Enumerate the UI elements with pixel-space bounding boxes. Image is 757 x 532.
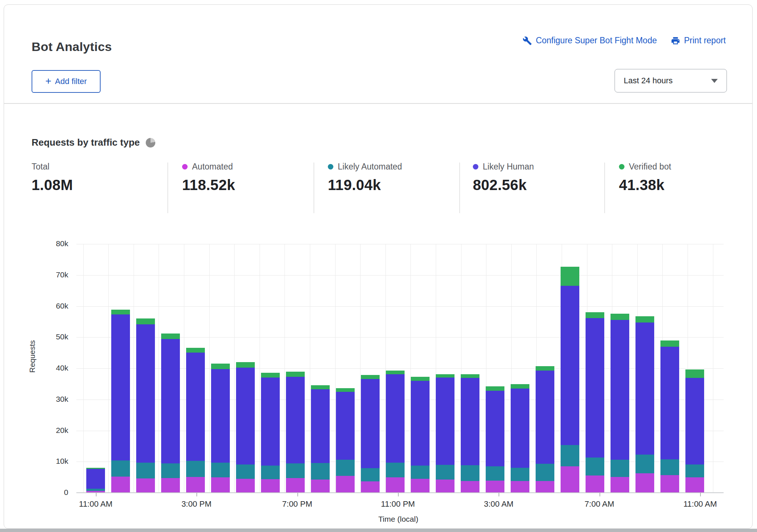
stat-likely-human[interactable]: Likely Human802.56k	[473, 162, 534, 193]
bar-segment-automated	[111, 477, 130, 493]
bar-segment-likely_human	[511, 389, 529, 468]
bar-3-00-am[interactable]	[486, 386, 504, 493]
bar-9-00-am[interactable]	[635, 316, 654, 493]
bar-7-00-am[interactable]	[586, 312, 604, 493]
print-report-link[interactable]: Print report	[671, 36, 726, 45]
stat-value: 118.52k	[182, 177, 235, 193]
bar-segment-automated	[486, 481, 504, 493]
configure-link-label: Configure Super Bot Fight Mode	[536, 36, 657, 45]
x-tick-label: 3:00 PM	[181, 499, 211, 509]
header-divider	[4, 103, 752, 104]
bar-1-00-am[interactable]	[436, 374, 454, 493]
stat-label: Likely Human	[483, 162, 534, 172]
configure-super-bot-fight-mode-link[interactable]: Configure Super Bot Fight Mode	[522, 36, 657, 45]
bar-segment-verified_bot	[261, 373, 280, 378]
bar-segment-likely_human	[111, 314, 130, 460]
bar-segment-likely_human	[286, 377, 305, 463]
x-tick	[499, 493, 499, 496]
bar-segment-automated	[236, 479, 255, 493]
bar-10-00-pm[interactable]	[361, 375, 380, 493]
stat-likely-automated[interactable]: Likely Automated119.04k	[328, 162, 402, 193]
bar-11-00-am[interactable]	[86, 468, 105, 493]
bar-segment-verified_bot	[386, 371, 405, 374]
bar-12-00-pm[interactable]	[111, 310, 130, 493]
v-gridline	[83, 244, 84, 493]
bar-segment-likely_automated	[511, 468, 529, 481]
bar-segment-verified_bot	[111, 310, 130, 314]
legend-dot	[619, 164, 624, 170]
bar-5-00-pm[interactable]	[236, 362, 255, 493]
bar-segment-likely_automated	[336, 460, 355, 476]
bar-segment-likely_human	[411, 381, 430, 466]
bar-segment-verified_bot	[561, 267, 579, 286]
bar-segment-verified_bot	[411, 377, 430, 381]
plus-icon: +	[45, 76, 51, 86]
bar-segment-automated	[311, 480, 330, 493]
add-filter-button[interactable]: + Add filter	[32, 70, 101, 93]
stat-label: Total	[32, 162, 50, 172]
bar-segment-likely_human	[186, 353, 205, 461]
stat-value: 119.04k	[328, 177, 402, 193]
x-tick	[96, 493, 97, 496]
bar-11-00-pm[interactable]	[386, 371, 405, 493]
bar-segment-likely_automated	[311, 463, 330, 480]
bar-8-00-am[interactable]	[611, 314, 629, 493]
stat-label: Likely Automated	[338, 162, 402, 172]
stats-row: Total1.08MAutomated118.52kLikely Automat…	[4, 162, 753, 215]
bar-segment-automated	[511, 481, 529, 493]
bar-segment-likely_automated	[536, 464, 554, 481]
bar-segment-verified_bot	[586, 312, 604, 318]
time-range-value: Last 24 hours	[624, 76, 673, 85]
bar-segment-verified_bot	[236, 362, 255, 368]
y-tick-label: 60k	[28, 302, 68, 310]
bar-segment-likely_human	[611, 320, 629, 460]
bar-segment-verified_bot	[161, 334, 180, 339]
bar-segment-likely_automated	[611, 460, 629, 477]
stat-value: 41.38k	[619, 177, 671, 193]
bar-11-00-am[interactable]	[685, 369, 704, 493]
x-tick-label: 11:00 PM	[381, 499, 415, 509]
legend-dot	[182, 164, 188, 170]
x-tick	[600, 493, 600, 496]
bar-segment-verified_bot	[611, 314, 629, 320]
stat-automated[interactable]: Automated118.52k	[182, 162, 235, 193]
bar-4-00-am[interactable]	[511, 384, 529, 493]
bar-segment-likely_automated	[635, 455, 654, 473]
stat-total: Total1.08M	[32, 162, 73, 193]
bottom-separator-strip	[0, 529, 757, 532]
bar-6-00-am[interactable]	[561, 267, 579, 493]
chevron-down-icon	[711, 79, 718, 83]
bar-4-00-pm[interactable]	[211, 364, 230, 493]
bar-segment-verified_bot	[361, 375, 380, 379]
stat-verified-bot[interactable]: Verified bot41.38k	[619, 162, 671, 193]
legend-dot	[473, 164, 478, 170]
stat-label: Automated	[192, 162, 233, 172]
bar-segment-verified_bot	[336, 388, 355, 391]
bar-segment-likely_human	[161, 339, 180, 464]
bar-6-00-pm[interactable]	[261, 373, 280, 493]
section-title: Requests by traffic type	[32, 137, 140, 148]
x-tick	[297, 493, 298, 496]
bot-analytics-card: Bot Analytics Configure Super Bot Fight …	[4, 4, 753, 529]
bar-segment-likely_automated	[261, 466, 280, 479]
bar-5-00-am[interactable]	[536, 366, 554, 493]
v-gridline	[713, 244, 713, 493]
bar-1-00-pm[interactable]	[136, 318, 155, 493]
bar-segment-likely_human	[660, 347, 679, 460]
bar-segment-likely_automated	[136, 463, 155, 478]
chart-bars	[86, 244, 710, 493]
bar-3-00-pm[interactable]	[186, 348, 205, 493]
bar-10-00-am[interactable]	[660, 340, 679, 493]
bar-2-00-am[interactable]	[461, 374, 479, 493]
bar-7-00-pm[interactable]	[286, 372, 305, 493]
bar-segment-likely_automated	[561, 445, 579, 466]
time-range-select[interactable]: Last 24 hours	[615, 69, 727, 92]
bar-8-00-pm[interactable]	[311, 385, 330, 493]
bar-segment-likely_human	[336, 392, 355, 460]
bar-9-00-pm[interactable]	[336, 388, 355, 493]
bar-2-00-pm[interactable]	[161, 334, 180, 493]
bar-12-00-am[interactable]	[411, 377, 430, 493]
y-tick-label: 0	[28, 488, 68, 497]
bar-segment-likely_automated	[111, 460, 130, 477]
bar-segment-automated	[136, 478, 155, 493]
